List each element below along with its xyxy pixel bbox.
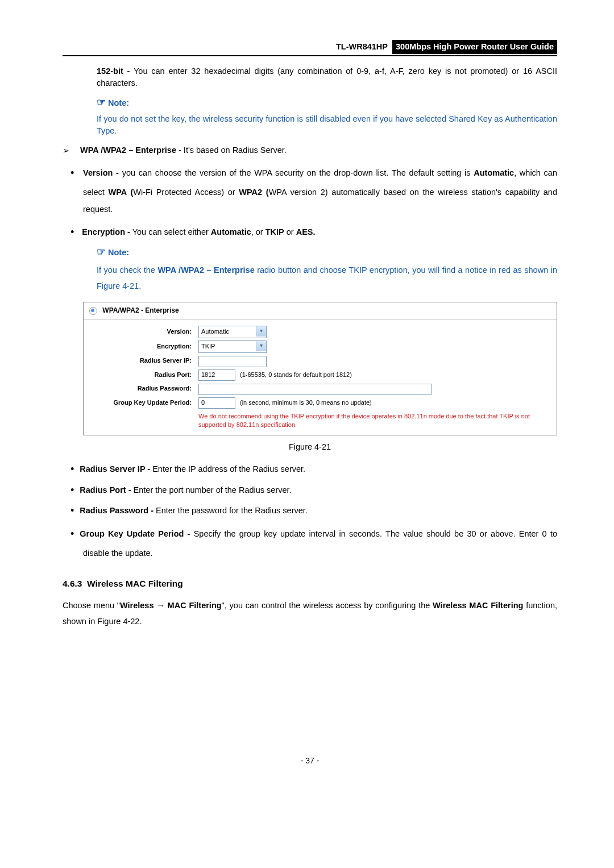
- label: Wireless MAC Filtering: [433, 601, 523, 610]
- select-encryption[interactable]: TKIP▾: [198, 340, 267, 353]
- row-password: Radius Password:: [89, 383, 551, 395]
- row-period: Group Key Update Period: 0(in second, mi…: [89, 397, 551, 409]
- select-value: Automatic: [201, 327, 229, 337]
- text: Enter the password for the Radius server…: [154, 506, 308, 515]
- label: Wireless: [120, 601, 154, 610]
- paragraph-152bit: 152-bit - You can enter 32 hexadecimal d…: [97, 65, 557, 89]
- page-header: TL-WR841HP 300Mbps High Power Router Use…: [63, 40, 557, 56]
- wpa-ent-rest: It's based on Radius Server.: [181, 146, 287, 155]
- bullet-group-key: Group Key Update Period - Specify the gr…: [83, 523, 557, 562]
- text: You can enter 32 hexadecimal digits (any…: [97, 67, 557, 88]
- chevron-down-icon: ▾: [256, 326, 266, 337]
- figure-box: WPA/WPA2 - Enterprise Version: Automatic…: [83, 302, 557, 435]
- select-version[interactable]: Automatic▾: [198, 326, 267, 338]
- row-server-ip: Radius Server IP:: [89, 355, 551, 367]
- bullet-radius-password: Radius Password - Enter the password for…: [83, 502, 557, 517]
- note-body: If you do not set the key, the wireless …: [97, 113, 557, 137]
- label-period: Group Key Update Period:: [89, 398, 198, 408]
- label-server-ip: Radius Server IP:: [89, 356, 198, 366]
- note-heading: ☞ Note:: [97, 95, 557, 110]
- text: If you check the: [97, 265, 157, 275]
- label: MAC Filtering: [168, 601, 222, 610]
- label-version: Version:: [89, 327, 198, 337]
- note-label: Note:: [108, 248, 129, 257]
- pointing-hand-icon: ☞: [97, 97, 106, 108]
- header-title: 300Mbps High Power Router User Guide: [392, 40, 557, 54]
- row-encryption: Encryption: TKIP▾: [89, 340, 551, 353]
- page-number: - 37 -: [63, 755, 557, 766]
- text: You can select either: [130, 227, 211, 236]
- radius-bullets: Radius Server IP - Enter the IP address …: [83, 461, 557, 562]
- arrowhead-icon: ➢: [63, 146, 70, 155]
- figure-body: Version: Automatic▾ Encryption: TKIP▾ Ra…: [84, 320, 557, 435]
- label-password: Radius Password:: [89, 384, 198, 393]
- bullet-radius-port: Radius Port - Enter the port number of t…: [83, 482, 557, 497]
- note-heading-2: ☞ Note:: [97, 244, 557, 259]
- text: , or: [251, 227, 265, 236]
- period-hint: (in second, minimum is 30, 0 means no up…: [240, 399, 372, 406]
- input-port[interactable]: 1812: [198, 369, 235, 381]
- figure-warning: We do not recommend using the TKIP encry…: [198, 412, 551, 430]
- text: Enter the IP address of the Radius serve…: [150, 464, 305, 474]
- input-server-ip[interactable]: [198, 356, 267, 367]
- label: WPA (: [109, 188, 134, 197]
- text: or: [284, 227, 296, 236]
- label: Radius Server IP -: [80, 464, 150, 474]
- wpa-enterprise-item: ➢ WPA /WPA2 – Enterprise - It's based on…: [63, 144, 557, 156]
- input-value: 1812: [201, 371, 215, 380]
- select-value: TKIP: [201, 342, 215, 351]
- wpa-ent-label: WPA /WPA2 – Enterprise -: [80, 146, 181, 155]
- bullet-encryption: Encryption - You can select either Autom…: [83, 224, 557, 239]
- header-model: TL-WR841HP: [336, 41, 390, 53]
- arrow-icon: →: [154, 601, 168, 610]
- input-value: 0: [201, 398, 205, 408]
- label: WPA /WPA2 – Enterprise: [157, 265, 254, 275]
- input-password[interactable]: [198, 384, 432, 395]
- section-number: 4.6.3: [63, 579, 82, 588]
- text: Wi-Fi Protected Access) or: [133, 188, 239, 197]
- note-label: Note:: [108, 98, 129, 107]
- text: Choose menu ": [63, 601, 120, 610]
- port-hint: (1-65535, 0 stands for default port 1812…: [240, 371, 352, 378]
- section-title: Wireless MAC Filtering: [87, 579, 183, 588]
- label: Encryption -: [82, 227, 130, 236]
- wpa-bullets: Version - you can choose the version of …: [83, 162, 557, 239]
- section-heading: 4.6.3 Wireless MAC Filtering: [63, 578, 557, 590]
- label: Radius Port -: [80, 485, 131, 495]
- text: Enter the port number of the Radius serv…: [131, 485, 292, 495]
- text: you can choose the version of the WPA se…: [119, 168, 474, 177]
- label-port: Radius Port:: [89, 371, 198, 380]
- label: WPA2 (: [239, 188, 268, 197]
- row-port: Radius Port: 1812(1-65535, 0 stands for …: [89, 369, 551, 381]
- radio-icon[interactable]: [89, 307, 97, 315]
- figure-title: WPA/WPA2 - Enterprise: [102, 306, 179, 314]
- label: Automatic: [211, 227, 251, 236]
- label: AES.: [296, 227, 316, 236]
- label: Radius Password -: [80, 506, 154, 515]
- bullet-radius-ip: Radius Server IP - Enter the IP address …: [83, 461, 557, 476]
- text: ", you can control the wireless access b…: [222, 601, 433, 610]
- bullet-version: Version - you can choose the version of …: [83, 162, 557, 218]
- section-paragraph: Choose menu "Wireless → MAC Filtering", …: [63, 598, 557, 629]
- label-encryption: Encryption:: [89, 342, 198, 351]
- label: Automatic: [474, 168, 514, 177]
- figure-caption: Figure 4-21: [63, 441, 557, 453]
- row-version: Version: Automatic▾: [89, 326, 551, 338]
- input-period[interactable]: 0: [198, 397, 235, 409]
- note-body-2: If you check the WPA /WPA2 – Enterprise …: [97, 263, 557, 294]
- label: TKIP: [265, 227, 284, 236]
- pointing-hand-icon: ☞: [97, 246, 106, 258]
- label: Group Key Update Period -: [80, 529, 190, 538]
- figure-head: WPA/WPA2 - Enterprise: [84, 302, 557, 320]
- label: Version -: [83, 168, 119, 177]
- chevron-down-icon: ▾: [256, 341, 266, 351]
